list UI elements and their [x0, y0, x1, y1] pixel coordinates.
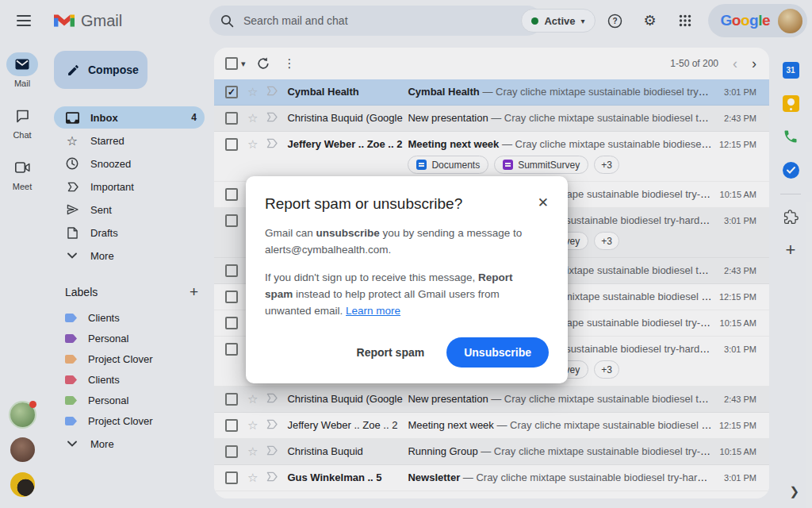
dialog-title: Report spam or unsubscribe?	[265, 195, 462, 213]
report-spam-button[interactable]: Report spam	[357, 346, 425, 359]
close-icon[interactable]: ✕	[538, 196, 549, 210]
dialog-paragraph-2: If you didn't sign up to receive this me…	[265, 270, 542, 320]
unsubscribe-button[interactable]: Unsubscribe	[446, 337, 549, 368]
learn-more-link[interactable]: Learn more	[346, 305, 400, 317]
dialog-paragraph-1: Gmail can unsubscribe you by sending a m…	[265, 225, 542, 259]
unsubscribe-dialog: Report spam or unsubscribe? ✕ Gmail can …	[246, 176, 568, 383]
